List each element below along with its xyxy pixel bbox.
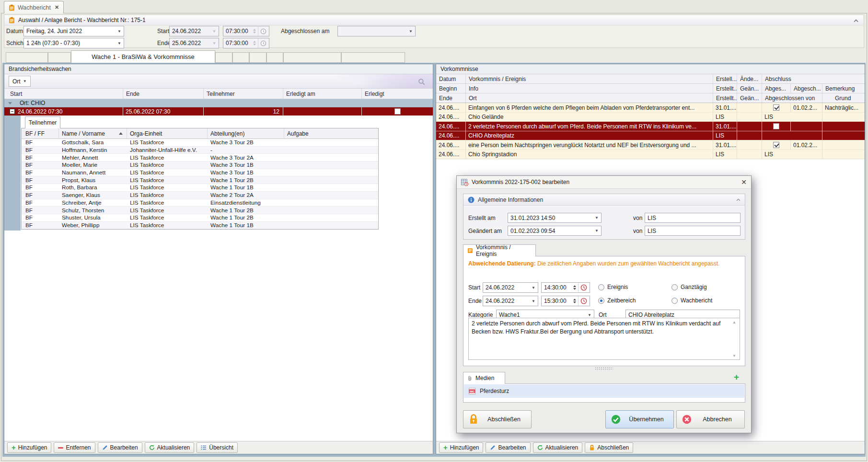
column-header-bemerkung[interactable]: Bemerkung: [822, 84, 865, 93]
column-header-aende[interactable]: Ände...: [737, 74, 762, 83]
group-row-ort-chio[interactable]: Ort: CHIO: [4, 99, 433, 107]
tab-wache1[interactable]: Wache 1 - BraSiWa & Vorkommnisse: [71, 50, 215, 63]
time-spinner[interactable]: [253, 41, 256, 46]
collapse-minus-icon[interactable]: [10, 109, 15, 114]
datum-combo[interactable]: Freitag, 24. Juni 2022▼: [23, 26, 124, 36]
clock-icon[interactable]: [258, 38, 266, 48]
column-header-grund[interactable]: Grund: [822, 93, 865, 103]
column-header-info[interactable]: Info: [466, 84, 713, 93]
tab-vorkommnis-ereignis[interactable]: Vorkommnis / Ereignis: [463, 244, 536, 256]
time-spinner[interactable]: [573, 299, 576, 303]
chevron-down-icon[interactable]: ▼: [409, 29, 413, 34]
column-header-start[interactable]: Start: [4, 89, 123, 99]
scroll-down-icon[interactable]: ▼: [732, 354, 736, 358]
teilnehmer-row[interactable]: BFShuster, UrsulaLIS TaskforceWache 1 To…: [22, 214, 378, 222]
tab-teilnehmer[interactable]: Teilnehmer: [25, 116, 60, 128]
aktualisieren-button[interactable]: Aktualisieren: [145, 442, 195, 453]
bearbeiten-button[interactable]: Bearbeiten: [98, 442, 142, 453]
abgeschlossen-combo[interactable]: ▼: [337, 26, 416, 36]
vorkommnis-line2[interactable]: 24.06.... Chio Gelände LIS LIS: [436, 112, 865, 121]
vorkommnis-line1[interactable]: 24.06.... Einfangen von 6 Pferden welche…: [436, 103, 865, 112]
ort-filter-button[interactable]: Ort▼: [9, 76, 31, 87]
aktualisieren-button[interactable]: Aktualisieren: [533, 442, 583, 453]
report-tab-stub[interactable]: [249, 52, 266, 63]
media-item[interactable]: IMG Pferdesturz: [464, 384, 744, 398]
close-icon[interactable]: ✕: [741, 178, 747, 186]
column-header-name[interactable]: Name / Vorname: [59, 128, 127, 139]
column-header-erledigt[interactable]: Erledigt: [362, 89, 433, 99]
column-header-ort[interactable]: Ort: [466, 93, 713, 103]
resize-grip[interactable]: [595, 367, 613, 370]
clock-icon[interactable]: [578, 283, 587, 292]
abgeschlossen-checkbox[interactable]: [773, 123, 779, 129]
ende-date-combo[interactable]: 24.06.2022▼: [483, 296, 538, 306]
bearbeiten-button[interactable]: Bearbeiten: [486, 442, 530, 453]
column-header-geaen[interactable]: Geän...: [737, 84, 762, 93]
report-tab-stub[interactable]: [232, 52, 249, 63]
chevron-down-icon[interactable]: ▼: [595, 229, 599, 233]
column-header-abgesch[interactable]: Abgesch...: [791, 84, 822, 93]
column-header-abschluss[interactable]: Abschluss: [762, 74, 865, 83]
erstellt-von-input[interactable]: [645, 213, 741, 223]
teilnehmer-row[interactable]: BFHoffmann, KerstinJohanniter-Unfall-Hil…: [22, 147, 378, 154]
clock-icon[interactable]: [578, 296, 587, 306]
vorkommnis-entry[interactable]: 24.06.... 2 verletzte Personen durch abw…: [436, 122, 865, 140]
abgeschlossen-checkbox[interactable]: [773, 142, 779, 148]
column-header-ende[interactable]: Ende: [123, 89, 204, 99]
chevron-down-icon[interactable]: ▼: [532, 286, 535, 290]
collapse-chevron-icon[interactable]: [854, 19, 858, 23]
teilnehmer-row[interactable]: BFPropst, KlausLIS TaskforceWache 1 Tour…: [22, 176, 378, 184]
teilnehmer-row[interactable]: BFSchreiber, AntjeLIS TaskforceEinsatzdi…: [22, 199, 378, 207]
column-header-aufgabe[interactable]: Aufgabe: [284, 128, 378, 139]
column-header-erstell[interactable]: Erstell...: [713, 74, 737, 83]
vorkommnis-entry[interactable]: 24.06.... Einfangen von 6 Pferden welche…: [436, 103, 865, 122]
teilnehmer-row[interactable]: BFSchulz, ThorstenLIS TaskforceWache 1 T…: [22, 207, 378, 214]
beschreibung-textarea[interactable]: 2 verletzte Personen durch abwurf vom Pf…: [468, 318, 740, 360]
abbrechen-button[interactable]: Abbrechen: [676, 410, 745, 428]
column-header-abteilung[interactable]: Abteilung(en): [208, 128, 284, 139]
chevron-down-icon[interactable]: ▼: [117, 41, 121, 46]
column-header-bf-ff[interactable]: BF / FF: [22, 128, 59, 139]
radio-wachbericht[interactable]: Wachbericht: [671, 297, 712, 304]
start-date-combo[interactable]: 24.06.2022▼: [483, 282, 538, 293]
teilnehmer-row[interactable]: BFWeber, PhillippLIS TaskforceWache 1 To…: [22, 222, 378, 230]
ende-time-field[interactable]: 15:30:00: [541, 296, 590, 306]
chevron-down-icon[interactable]: ▼: [588, 313, 591, 317]
radio-ereignis[interactable]: Ereignis: [598, 284, 628, 290]
column-header-abges[interactable]: Abges...: [762, 84, 791, 93]
column-header-erstellt2[interactable]: Erstellt...: [713, 93, 737, 103]
column-header-geaen2[interactable]: Geän...: [737, 93, 762, 103]
abgeschlossen-checkbox[interactable]: [773, 104, 779, 111]
document-tab-wachbericht[interactable]: Wachbericht ✕: [4, 1, 64, 13]
uebernehmen-button[interactable]: Übernehmen: [605, 410, 674, 428]
hinzufuegen-button[interactable]: +Hinzufügen: [439, 442, 483, 453]
hinzufuegen-button[interactable]: +Hinzufügen: [7, 442, 51, 453]
teilnehmer-row[interactable]: BFMehler, AnnettLIS TaskforceWache 3 Tou…: [22, 154, 378, 162]
vorkommnis-line1[interactable]: 24.06.... eine Person beim Nachtspringen…: [436, 140, 865, 150]
add-media-icon[interactable]: +: [734, 372, 739, 382]
report-tab-stub[interactable]: [266, 52, 283, 63]
chevron-down-icon[interactable]: ▼: [117, 29, 121, 34]
time-spinner[interactable]: [573, 285, 576, 290]
column-header-erledigt-am[interactable]: Erledigt am: [283, 89, 362, 99]
teilnehmer-row[interactable]: BFGottschalk, SaraLIS TaskforceWache 3 T…: [22, 139, 378, 147]
start-date-field[interactable]: 24.06.2022▼: [169, 26, 219, 36]
ende-time-field[interactable]: 07:30:00: [223, 38, 269, 48]
report-tab-stub[interactable]: [6, 52, 48, 63]
vorkommnis-entry[interactable]: 24.06.... eine Person beim Nachtspringen…: [436, 140, 865, 159]
collapse-triangle-icon[interactable]: [8, 102, 12, 104]
time-spinner[interactable]: [253, 29, 256, 34]
chevron-down-icon[interactable]: ▼: [532, 299, 535, 303]
vorkommnis-line2[interactable]: 24.06.... CHIO Abreiteplatz LIS: [436, 131, 865, 140]
report-tab-stub[interactable]: [48, 52, 71, 63]
erstellt-am-combo[interactable]: 31.01.2023 14:50▼: [508, 213, 602, 223]
collapse-chevron-icon[interactable]: [736, 198, 741, 201]
report-tab-stub[interactable]: [215, 52, 232, 63]
ende-date-field[interactable]: 25.06.2022▼: [169, 38, 219, 48]
tab-medien[interactable]: Medien: [463, 372, 505, 384]
column-header-erstellt[interactable]: Erstellt...: [713, 84, 737, 93]
chevron-down-icon[interactable]: ▼: [595, 216, 599, 220]
close-icon[interactable]: ✕: [55, 4, 59, 11]
column-header-orga[interactable]: Orga-Einheit: [127, 128, 208, 139]
start-time-field[interactable]: 14:30:00: [541, 282, 590, 293]
